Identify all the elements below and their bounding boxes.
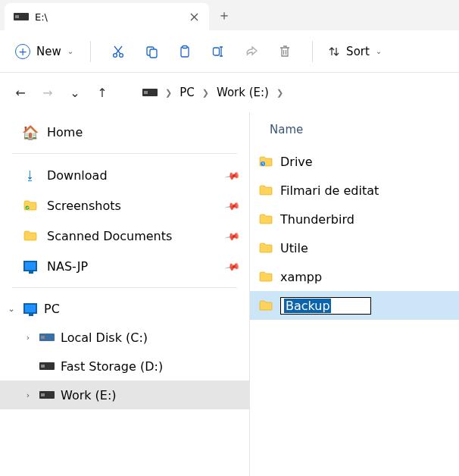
folder-icon <box>259 214 273 224</box>
tree-item-fast-storage[interactable]: › Fast Storage (D:) <box>0 352 249 380</box>
chevron-down-icon: ⌄ <box>67 47 73 55</box>
sidebar-item-screenshots[interactable]: Screenshots 📌 <box>0 190 249 221</box>
paste-button[interactable] <box>170 36 200 67</box>
download-icon: ⭳ <box>23 168 38 183</box>
close-tab-button[interactable] <box>188 11 200 23</box>
tree-label: Local Disk (C:) <box>61 330 148 345</box>
folder-row[interactable]: Filmari de editat <box>250 176 459 205</box>
svg-rect-5 <box>183 45 187 48</box>
tree-item-local-disk[interactable]: › Local Disk (C:) <box>0 323 249 352</box>
drive-icon <box>14 11 29 23</box>
tree-label: PC <box>44 302 60 316</box>
tab-bar: E:\ ＋ <box>0 0 459 30</box>
chevron-down-icon[interactable]: ⌄ <box>6 304 17 314</box>
chevron-right-icon: ❯ <box>276 88 283 98</box>
new-tab-button[interactable]: ＋ <box>209 2 239 29</box>
share-button[interactable] <box>236 36 267 67</box>
folder-icon <box>259 243 273 253</box>
folder-icon <box>259 271 273 282</box>
copy-button[interactable] <box>136 36 167 67</box>
sidebar-item-download[interactable]: ⭳ Download 📌 <box>0 160 249 190</box>
svg-point-1 <box>120 53 123 57</box>
separator <box>12 153 237 154</box>
sort-label: Sort <box>346 45 370 58</box>
new-button[interactable]: + New ⌄ <box>11 39 78 64</box>
home-icon: 🏠 <box>23 124 38 140</box>
chevron-down-icon: ⌄ <box>376 47 382 55</box>
pin-icon: 📌 <box>224 167 241 183</box>
pin-icon: 📌 <box>224 227 241 243</box>
folder-row-renaming[interactable] <box>250 291 459 320</box>
tab-title: E:\ <box>35 11 182 23</box>
svg-rect-3 <box>150 49 157 58</box>
drive-icon <box>39 334 55 341</box>
file-name: Utile <box>280 241 308 255</box>
sidebar-item-scanned[interactable]: Scanned Documents 📌 <box>0 221 249 251</box>
chevron-right-icon: ❯ <box>202 88 209 98</box>
chevron-right-icon: ❯ <box>165 88 172 98</box>
cut-button[interactable] <box>103 36 133 67</box>
up-button[interactable]: ↑ <box>94 84 111 101</box>
folder-icon <box>23 230 38 241</box>
drive-icon <box>142 86 158 99</box>
sidebar-item-nas[interactable]: NAS-JP 📌 <box>0 251 249 281</box>
tree-label: Work (E:) <box>61 388 117 402</box>
sidebar-label: Download <box>47 168 108 183</box>
file-name: Drive <box>280 155 313 169</box>
monitor-icon <box>23 303 38 314</box>
nav-row: ← → ⌄ ↑ ❯ PC ❯ Work (E:) ❯ <box>0 73 459 112</box>
crumb-drive[interactable]: Work (E:) <box>217 86 269 99</box>
column-header-name[interactable]: Name <box>250 117 459 147</box>
forward-button[interactable]: → <box>39 84 56 101</box>
nav-pane: 🏠 Home ⭳ Download 📌 Screenshots 📌 Scanne… <box>0 112 250 476</box>
main-split: 🏠 Home ⭳ Download 📌 Screenshots 📌 Scanne… <box>0 112 459 476</box>
tree-item-pc[interactable]: ⌄ PC <box>0 294 249 323</box>
crumb-pc[interactable]: PC <box>180 86 195 99</box>
folder-row[interactable]: Drive <box>250 147 459 176</box>
breadcrumb[interactable]: ❯ PC ❯ Work (E:) ❯ <box>142 86 283 99</box>
separator <box>312 41 313 62</box>
plus-icon: + <box>15 44 30 59</box>
sidebar-label: Screenshots <box>47 199 121 213</box>
folder-row[interactable]: Thunderbird <box>250 205 459 233</box>
folder-icon <box>23 200 38 211</box>
file-name: xampp <box>280 270 322 284</box>
delete-button[interactable] <box>270 36 300 67</box>
folder-icon <box>259 156 273 167</box>
drive-icon <box>39 362 55 370</box>
folder-icon <box>259 185 273 196</box>
sort-icon <box>328 45 340 58</box>
folder-icon <box>259 300 273 311</box>
sidebar-label: Scanned Documents <box>47 229 172 243</box>
sidebar-label: Home <box>47 125 83 139</box>
folder-row[interactable]: Utile <box>250 233 459 262</box>
file-name: Thunderbird <box>280 212 354 227</box>
separator <box>12 287 237 288</box>
separator <box>90 41 91 62</box>
tree-label: Fast Storage (D:) <box>61 359 163 374</box>
rename-input-wrapper <box>280 297 371 315</box>
drive-icon <box>39 391 55 399</box>
rename-button[interactable] <box>203 36 233 67</box>
tree-item-work-e[interactable]: › Work (E:) <box>0 380 249 409</box>
new-label: New <box>36 45 61 58</box>
back-button[interactable]: ← <box>12 84 29 101</box>
toolbar: + New ⌄ Sort ⌄ <box>0 30 459 73</box>
rename-input[interactable] <box>284 299 331 313</box>
pin-icon: 📌 <box>224 197 241 213</box>
svg-point-0 <box>114 53 117 57</box>
pin-icon: 📌 <box>224 258 241 274</box>
chevron-right-icon[interactable]: › <box>23 333 33 343</box>
sidebar-label: NAS-JP <box>47 259 88 274</box>
folder-row[interactable]: xampp <box>250 262 459 291</box>
chevron-right-icon[interactable]: › <box>23 390 33 400</box>
sort-button[interactable]: Sort ⌄ <box>325 40 385 63</box>
tab-active[interactable]: E:\ <box>5 3 209 30</box>
monitor-icon <box>23 261 38 271</box>
file-list-pane: Name Drive Filmari de editat Thunderbird… <box>250 112 459 476</box>
sidebar-item-home[interactable]: 🏠 Home <box>0 117 249 147</box>
recent-dropdown[interactable]: ⌄ <box>67 84 83 101</box>
file-name: Filmari de editat <box>280 183 379 198</box>
svg-rect-6 <box>214 48 220 55</box>
